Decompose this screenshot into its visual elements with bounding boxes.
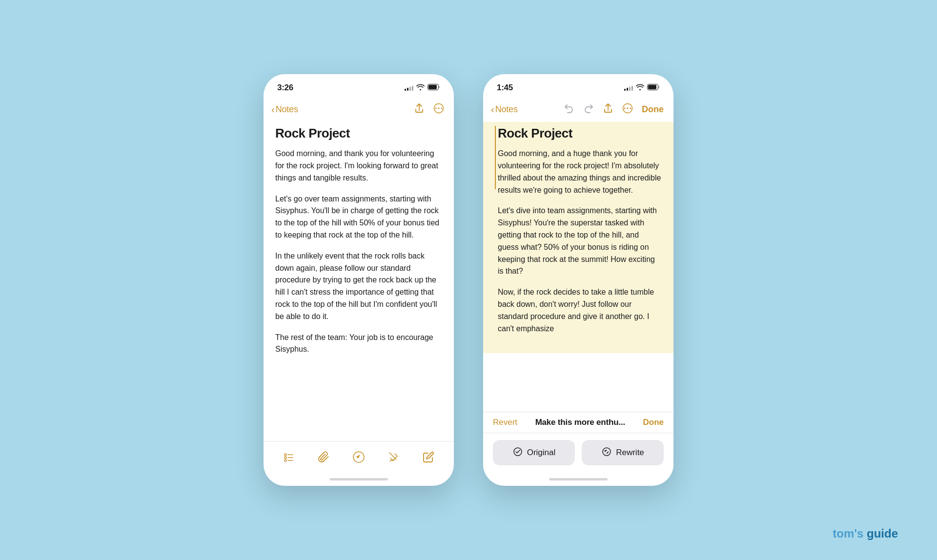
note-paragraph-1: Good morning, and thank you for voluntee… — [275, 148, 442, 184]
svg-rect-1 — [428, 85, 437, 89]
toolbar-left — [264, 441, 454, 472]
cursor — [495, 126, 496, 189]
compose-icon[interactable] — [419, 447, 438, 467]
home-indicator-left — [264, 472, 454, 486]
svg-point-16 — [627, 107, 629, 109]
note-paragraph-4: The rest of the team: Your job is to enc… — [275, 332, 442, 356]
svg-point-2 — [435, 107, 437, 109]
svg-point-6 — [285, 454, 286, 456]
status-icons-left — [405, 84, 440, 92]
nav-done-button[interactable]: Done — [642, 104, 664, 115]
toms-guide-watermark: tom's guide — [833, 527, 898, 540]
nav-bar-left: ‹ Notes — [264, 99, 454, 122]
back-arrow-icon-right: ‹ — [491, 104, 494, 114]
left-phone: 3:26 — [264, 74, 454, 486]
note-title-left: Rock Project — [275, 126, 442, 141]
svg-point-3 — [438, 107, 440, 109]
rewrite-bar: Revert Make this more enthu... Done — [483, 412, 673, 433]
original-button-label: Original — [527, 448, 556, 458]
rewritten-paragraph-3: Now, if the rock decides to take a littl… — [498, 286, 662, 335]
rewrite-prompt: Make this more enthu... — [535, 418, 625, 427]
checklist-icon[interactable] — [279, 447, 299, 467]
rewrite-button[interactable]: Rewrite — [582, 440, 664, 465]
navigation-icon[interactable] — [349, 447, 368, 467]
note-body-right: Good morning, and a huge thank you for v… — [495, 148, 662, 335]
back-button-right[interactable]: ‹ Notes — [491, 104, 518, 115]
status-bar-right: 1:45 — [483, 74, 673, 99]
home-pill-left — [329, 478, 388, 480]
right-phone: 1:45 — [483, 74, 673, 486]
svg-point-10 — [285, 460, 286, 461]
nav-bar-right: ‹ Notes — [483, 99, 673, 122]
toms-text: tom's — [833, 527, 863, 540]
signal-icon-right — [624, 85, 633, 91]
more-icon-right[interactable] — [622, 103, 633, 116]
guide-text: guide — [867, 527, 898, 540]
home-pill-right — [549, 478, 608, 480]
svg-point-17 — [630, 107, 631, 109]
svg-point-4 — [441, 107, 443, 109]
rewrite-button-label: Rewrite — [616, 448, 644, 458]
note-body-left: Good morning, and thank you for voluntee… — [275, 148, 442, 356]
status-time-left: 3:26 — [277, 83, 293, 93]
nav-right-left — [414, 103, 444, 116]
nav-notes-label-left: Notes — [276, 104, 298, 115]
status-bar-left: 3:26 — [264, 74, 454, 99]
back-button-left[interactable]: ‹ Notes — [271, 104, 298, 115]
note-content-left: Rock Project Good morning, and thank you… — [264, 122, 454, 441]
undo-icon[interactable] — [564, 103, 574, 116]
back-arrow-icon: ‹ — [271, 104, 275, 114]
wifi-icon — [416, 84, 425, 92]
share-icon[interactable] — [414, 103, 425, 116]
rewritten-paragraph-2: Let's dive into team assignments, starti… — [498, 205, 662, 278]
highlighted-area: Rock Project Good morning, and a huge th… — [483, 122, 673, 353]
redo-icon[interactable] — [583, 103, 594, 116]
more-icon[interactable] — [433, 103, 444, 116]
revert-button[interactable]: Revert — [493, 418, 517, 427]
rewrite-buttons-area: Original Rewrite — [483, 433, 673, 472]
note-content-right: Rock Project Good morning, and a huge th… — [483, 122, 673, 412]
original-button[interactable]: Original — [493, 440, 575, 465]
nav-right-right: Done — [564, 103, 664, 116]
status-time-right: 1:45 — [497, 83, 513, 93]
paint-icon[interactable] — [384, 447, 404, 467]
nav-notes-label-right: Notes — [495, 104, 518, 115]
rewritten-paragraph-1: Good morning, and a huge thank you for v… — [498, 148, 662, 196]
original-icon — [512, 446, 523, 460]
signal-icon — [405, 85, 413, 91]
status-icons-right — [624, 84, 660, 92]
wifi-icon-right — [636, 84, 644, 92]
rewrite-icon — [601, 446, 612, 460]
battery-icon-right — [647, 84, 660, 92]
rewrite-done-button[interactable]: Done — [643, 418, 664, 427]
svg-point-8 — [285, 457, 286, 459]
battery-icon — [428, 84, 440, 92]
note-paragraph-2: Let's go over team assignments, starting… — [275, 193, 442, 241]
note-title-right: Rock Project — [495, 126, 662, 141]
attachment-icon[interactable] — [314, 447, 333, 467]
note-paragraph-3: In the unlikely event that the rock roll… — [275, 250, 442, 323]
share-icon-right[interactable] — [603, 103, 613, 116]
svg-point-15 — [624, 107, 626, 109]
home-indicator-right — [483, 472, 673, 486]
svg-rect-14 — [648, 85, 656, 89]
